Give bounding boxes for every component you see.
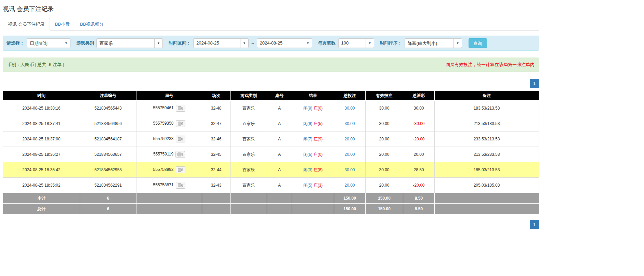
bet-id-cell: 521834563657 [80,147,136,162]
video-replay-button[interactable] [176,120,185,127]
time-cell: 2024-08-25 18:37:00 [3,131,80,147]
total-bet-link[interactable]: 30.00 [344,121,355,126]
header-time: 时间 [3,91,80,101]
table-row: 2024-08-25 18:36:27521834563657555759119… [3,147,539,162]
date-from-select[interactable]: 2024-08-25 ▼ [193,38,249,48]
table-no-cell: A [267,178,292,193]
header-total-bet: 总投注 [334,91,366,101]
total-bet-link[interactable]: 20.00 [344,137,355,141]
video-replay-button[interactable] [175,151,185,158]
time-cell: 2024-08-25 18:36:27 [3,147,80,162]
chevron-down-icon: ▼ [154,39,162,48]
betting-records-table: 时间 注单编号 局号 场次 游戏类别 桌号 结果 总投注 有效投注 总派彩 备注… [3,91,539,214]
result-player: 闲(5) [303,183,313,188]
video-icon [178,152,183,156]
tab-betting-records[interactable]: 视讯 会员下注纪录 [3,18,50,31]
video-replay-button[interactable] [176,136,185,142]
sort-value: 降冪(由大到小) [405,39,454,48]
chevron-down-icon: ▼ [454,39,462,48]
note-cell: 185.03/213.53 [435,162,539,178]
pagination-bottom: 1 [3,220,539,229]
table-row: 2024-08-25 18:37:41521834564856555759358… [3,116,539,131]
video-icon [178,106,183,110]
valid-bet-cell: 20.00 [366,131,403,147]
header-result: 结果 [292,91,334,101]
per-page-select[interactable]: 100 ▼ [338,38,374,48]
subtotal-row: 小计 6 150.00 150.00 8.50 [3,193,539,204]
table-no-cell: A [267,101,292,116]
summary-notice: 同局有效投注，统一计算在该局第一张注单内 [446,62,535,68]
subtotal-count: 6 [80,193,136,204]
valid-bet-cell: 20.00 [366,178,403,193]
result-banker: 庄(0) [314,106,323,111]
empty-cell [292,193,334,204]
result-cell: 闲(3) 庄(8) [292,162,334,178]
video-replay-button[interactable] [176,166,185,173]
subtotal-valid-bet: 150.00 [366,193,403,204]
note-cell: 233.53/213.53 [435,131,539,147]
note-cell: 213.53/183.53 [435,116,539,131]
session-cell: 32-47 [202,116,231,131]
empty-cell [202,193,231,204]
round-id: 555759233 [153,136,173,141]
total-bet-link[interactable]: 20.00 [344,183,355,188]
note-cell: 205.03/185.03 [435,178,539,193]
payout-cell: -20.00 [403,131,435,147]
date-range-label: 时间区间： [169,40,191,46]
table-row: 2024-08-25 18:37:00521834564187555759233… [3,131,539,147]
total-bet-cell: 20.00 [334,131,366,147]
total-bet-cell: 30.00 [334,162,366,178]
note-cell: 213.53/233.53 [435,147,539,162]
table-no-cell: A [267,147,292,162]
time-cell: 2024-08-25 18:35:42 [3,162,80,178]
video-replay-button[interactable] [176,105,185,112]
chevron-down-icon: ▼ [304,39,312,48]
payout-cell: 30.00 [403,101,435,116]
valid-bet-cell: 30.00 [366,116,403,131]
result-player: 闲(7) [303,137,313,141]
chevron-down-icon: ▼ [240,39,248,48]
bet-id-cell: 521834562291 [80,178,136,193]
empty-cell [267,204,292,214]
subtotal-total-bet: 150.00 [334,193,366,204]
result-banker: 庄(8) [314,167,323,172]
round-id: 555758992 [153,167,173,172]
total-bet-link[interactable]: 30.00 [344,167,355,172]
page-1-button[interactable]: 1 [530,79,539,88]
round-cell: 555758871 [136,178,202,193]
video-icon [178,137,183,141]
header-table-no: 桌号 [267,91,292,101]
game-type-cell: 百家乐 [231,116,267,131]
summary-currency-count: 币别：人民币 | 总共 :6 注单 | [7,62,64,68]
query-type-select[interactable]: 日期查询 ▼ [27,38,70,48]
round-id: 555758871 [153,183,173,187]
date-to-select[interactable]: 2024-08-25 ▼ [257,38,312,48]
result-player: 闲(6) [303,152,313,157]
empty-cell [435,204,539,214]
time-cell: 2024-08-25 18:38:16 [3,101,80,116]
date-range-separator: ~ [251,41,254,46]
result-banker: 庄(9) [314,137,323,141]
game-type-cell: 百家乐 [231,101,267,116]
sort-select[interactable]: 降冪(由大到小) ▼ [405,38,462,48]
sort-label: 时间排序： [380,40,402,46]
result-banker: 庄(0) [314,152,323,157]
page-title: 视讯 会员下注纪录 [3,5,539,13]
page-1-button[interactable]: 1 [530,220,539,229]
video-replay-button[interactable] [176,182,185,189]
empty-cell [231,193,267,204]
result-player: 闲(9) [303,121,313,126]
chevron-down-icon: ▼ [366,39,374,48]
payout-cell: 28.50 [403,162,435,178]
game-type-select[interactable]: 百家乐 ▼ [96,38,163,48]
total-bet-link[interactable]: 20.00 [344,152,355,157]
table-row: 2024-08-25 18:35:42521834562958555758992… [3,162,539,178]
tab-bb-tips[interactable]: BB小费 [50,18,75,31]
tab-bb-video-points[interactable]: BB视讯积分 [75,18,109,31]
game-type-value: 百家乐 [97,39,154,48]
header-bet-id: 注单编号 [80,91,136,101]
result-cell: 闲(6) 庄(0) [292,147,334,162]
search-button[interactable]: 查询 [469,38,487,48]
round-id: 555759461 [153,105,173,110]
total-bet-link[interactable]: 30.00 [344,106,355,111]
